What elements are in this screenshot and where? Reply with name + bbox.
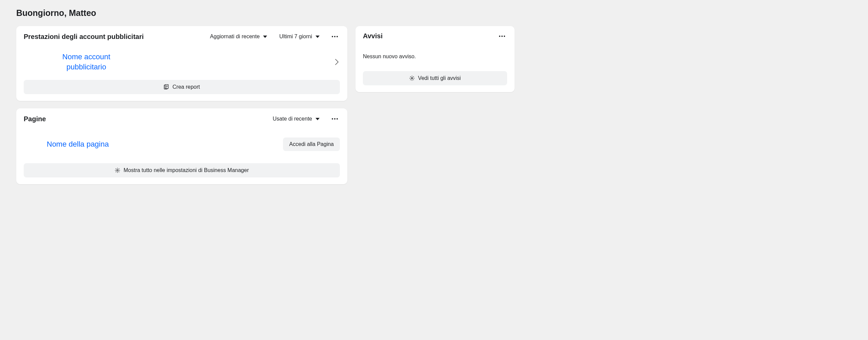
svg-line-10 bbox=[116, 169, 116, 169]
view-all-alerts-label: Vedi tutti gli avvisi bbox=[418, 75, 461, 81]
show-all-settings-button[interactable]: Mostra tutto nelle impostazioni di Busin… bbox=[24, 163, 340, 177]
dot-icon bbox=[334, 118, 335, 120]
alerts-empty-text: Nessun nuovo avviso. bbox=[363, 44, 507, 71]
caret-down-icon bbox=[316, 36, 320, 38]
svg-line-21 bbox=[410, 80, 411, 80]
create-report-label: Crea report bbox=[173, 84, 200, 90]
left-column: Prestazioni degli account pubblicitari A… bbox=[16, 26, 347, 184]
alerts-title: Avvisi bbox=[363, 32, 492, 40]
alerts-card: Avvisi Nessun nuovo avviso. bbox=[355, 26, 515, 92]
caret-down-icon bbox=[263, 36, 267, 38]
pages-sort-dropdown[interactable]: Usate di recente bbox=[270, 114, 322, 123]
sort-dropdown[interactable]: Aggiornati di recente bbox=[208, 32, 269, 41]
page-row: Nome della pagina Accedi alla Pagina bbox=[24, 127, 340, 163]
gear-icon bbox=[409, 76, 415, 81]
view-all-alerts-button[interactable]: Vedi tutti gli avvisi bbox=[363, 71, 507, 85]
create-report-button[interactable]: Crea report bbox=[24, 80, 340, 94]
dot-icon bbox=[501, 36, 503, 37]
report-icon bbox=[164, 84, 169, 90]
ad-performance-header: Prestazioni degli account pubblicitari A… bbox=[24, 32, 340, 41]
ad-performance-card: Prestazioni degli account pubblicitari A… bbox=[16, 26, 347, 101]
right-column: Avvisi Nessun nuovo avviso. bbox=[355, 26, 515, 92]
svg-line-22 bbox=[413, 77, 414, 77]
daterange-dropdown-label: Ultimi 7 giorni bbox=[279, 34, 312, 40]
pages-controls: Usate di recente bbox=[270, 114, 340, 123]
pages-card: Pagine Usate di recente Nome della pagin… bbox=[16, 108, 347, 184]
page-greeting: Buongiorno, Matteo bbox=[16, 8, 852, 18]
dot-icon bbox=[337, 36, 338, 37]
svg-line-13 bbox=[119, 169, 120, 169]
more-menu-button[interactable] bbox=[330, 116, 340, 122]
dashboard-layout: Prestazioni degli account pubblicitari A… bbox=[16, 26, 852, 184]
svg-point-14 bbox=[411, 78, 413, 79]
dot-icon bbox=[332, 118, 333, 120]
chevron-right-icon[interactable] bbox=[334, 58, 340, 66]
svg-point-5 bbox=[117, 170, 118, 171]
dot-icon bbox=[334, 36, 335, 37]
svg-line-12 bbox=[116, 172, 116, 172]
daterange-dropdown[interactable]: Ultimi 7 giorni bbox=[277, 32, 322, 41]
gear-icon bbox=[115, 168, 120, 173]
dot-icon bbox=[332, 36, 333, 37]
more-menu-button[interactable] bbox=[330, 34, 340, 39]
dot-icon bbox=[499, 36, 500, 37]
pages-title: Pagine bbox=[24, 115, 265, 123]
dot-icon bbox=[504, 36, 505, 37]
svg-line-20 bbox=[413, 80, 414, 80]
pages-sort-label: Usate di recente bbox=[273, 116, 312, 122]
pages-header: Pagine Usate di recente bbox=[24, 114, 340, 123]
svg-line-19 bbox=[410, 77, 411, 77]
ad-account-row[interactable]: Nome account pubblicitario bbox=[24, 45, 340, 80]
ad-performance-title: Prestazioni degli account pubblicitari bbox=[24, 33, 202, 41]
more-menu-button[interactable] bbox=[497, 34, 507, 39]
dot-icon bbox=[337, 118, 338, 120]
ad-performance-controls: Aggiornati di recente Ultimi 7 giorni bbox=[208, 32, 340, 41]
ad-account-name-link[interactable]: Nome account pubblicitario bbox=[54, 52, 118, 72]
access-page-button[interactable]: Accedi alla Pagina bbox=[283, 137, 340, 151]
show-all-settings-label: Mostra tutto nelle impostazioni di Busin… bbox=[124, 167, 249, 173]
caret-down-icon bbox=[316, 118, 320, 120]
alerts-header: Avvisi bbox=[363, 32, 507, 40]
sort-dropdown-label: Aggiornati di recente bbox=[210, 34, 260, 40]
page-name-link[interactable]: Nome della pagina bbox=[47, 140, 109, 149]
svg-line-11 bbox=[119, 172, 120, 172]
